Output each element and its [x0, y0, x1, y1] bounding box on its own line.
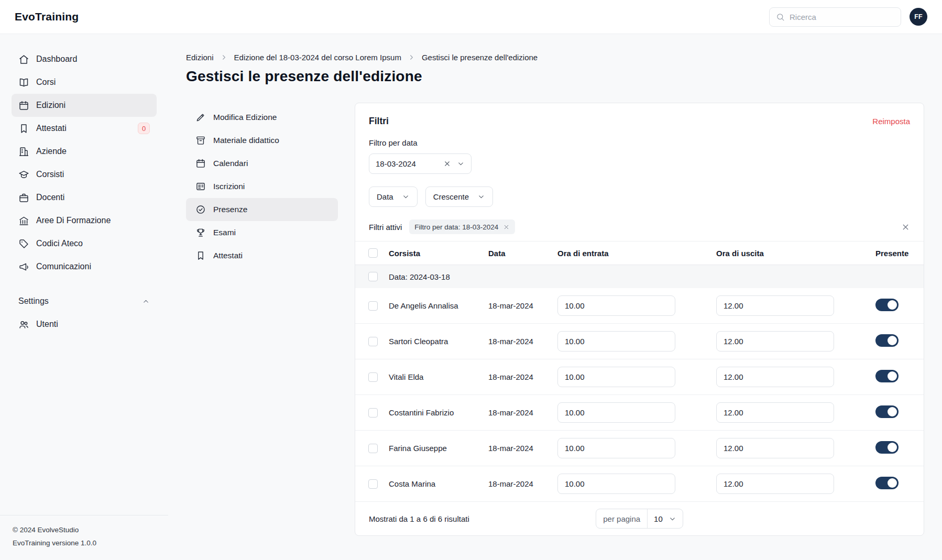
briefcase-icon — [18, 192, 29, 203]
date-filter-select[interactable]: 18-03-2024 — [369, 153, 472, 174]
sidebar-item-label: Corsi — [36, 78, 56, 87]
sidebar-item-aree-di-formazione[interactable]: Aree Di Formazione — [12, 209, 157, 232]
table-row: Farina Giuseppe 18-mar-2024 — [355, 431, 924, 466]
student-name: Vitali Elda — [389, 372, 488, 381]
sidebar-item-utenti[interactable]: Utenti — [12, 313, 157, 336]
row-checkbox[interactable] — [368, 408, 378, 418]
subnav-item-label: Iscrizioni — [213, 182, 245, 191]
time-out-input[interactable] — [716, 438, 834, 458]
table-row: Costantini Fabrizio 18-mar-2024 — [355, 395, 924, 431]
sort-field-select[interactable]: Data — [369, 186, 418, 207]
per-page-value: 10 — [654, 514, 663, 523]
sort-order-select[interactable]: Crescente — [425, 186, 493, 207]
time-in-input[interactable] — [557, 331, 675, 352]
sidebar-item-label: Edizioni — [36, 101, 65, 110]
presence-toggle[interactable] — [875, 405, 899, 418]
reset-filters-link[interactable]: Reimposta — [872, 117, 910, 126]
check-circle-icon — [195, 204, 206, 215]
time-in-input[interactable] — [557, 474, 675, 494]
row-checkbox[interactable] — [368, 444, 378, 453]
group-checkbox[interactable] — [368, 272, 378, 281]
presence-toggle[interactable] — [875, 370, 899, 382]
remove-filter-icon — [503, 224, 510, 230]
subnav-item-iscrizioni[interactable]: Iscrizioni — [186, 175, 338, 198]
row-checkbox[interactable] — [368, 479, 378, 489]
search-box[interactable] — [769, 7, 901, 27]
sidebar-item-attestati[interactable]: Attestati 0 — [12, 117, 157, 140]
sidebar-item-corsi[interactable]: Corsi — [12, 71, 157, 94]
settings-section-toggle[interactable]: Settings — [12, 292, 157, 311]
tag-icon — [18, 238, 29, 249]
pencil-icon — [195, 112, 206, 123]
date-filter-label: Filtro per data — [369, 138, 910, 147]
megaphone-icon — [18, 261, 29, 272]
subnav-item-label: Materiale didattico — [213, 136, 279, 145]
toggle-knob — [888, 336, 897, 345]
presence-toggle[interactable] — [875, 299, 899, 311]
settings-label: Settings — [18, 297, 49, 306]
sidebar-footer: © 2024 EvolveStudio EvoTraining versione… — [0, 515, 168, 560]
active-filter-chip[interactable]: Filtro per data: 18-03-2024 — [409, 219, 515, 234]
sidebar-item-label: Codici Ateco — [36, 239, 83, 248]
chevron-right-icon — [408, 53, 415, 61]
time-out-input[interactable] — [716, 474, 834, 494]
subnav-item-calendari[interactable]: Calendari — [186, 152, 338, 175]
main-content: Edizioni Edizione del 18-03-2024 del cor… — [168, 34, 942, 560]
building-icon — [18, 146, 29, 157]
toggle-knob — [888, 443, 897, 452]
row-checkbox[interactable] — [368, 372, 378, 382]
table-footer: Mostrati da 1 a 6 di 6 risultati per pag… — [355, 502, 924, 535]
breadcrumb-item-edizioni[interactable]: Edizioni — [186, 53, 214, 62]
student-name: Costa Marina — [389, 479, 488, 488]
sidebar-item-comunicazioni[interactable]: Comunicazioni — [12, 255, 157, 278]
bookmark-icon — [18, 123, 29, 134]
per-page-select[interactable]: 10 — [648, 509, 683, 528]
version-text: EvoTraining versione 1.0.0 — [13, 537, 156, 550]
filters-title: Filtri — [369, 116, 389, 127]
clear-all-filters-icon[interactable] — [901, 223, 910, 232]
users-icon — [18, 319, 29, 330]
time-in-input[interactable] — [557, 402, 675, 423]
sidebar-item-aziende[interactable]: Aziende — [12, 140, 157, 163]
sidebar-item-label: Aree Di Formazione — [36, 216, 111, 225]
sidebar-item-dashboard[interactable]: Dashboard — [12, 48, 157, 71]
breadcrumb: Edizioni Edizione del 18-03-2024 del cor… — [186, 53, 924, 62]
col-header-data: Data — [488, 249, 557, 258]
subnav-item-materiale-didattico[interactable]: Materiale didattico — [186, 129, 338, 152]
subnav-item-attestati[interactable]: Attestati — [186, 244, 338, 267]
presence-toggle[interactable] — [875, 334, 899, 347]
avatar[interactable]: FF — [910, 8, 927, 26]
time-out-input[interactable] — [716, 331, 834, 352]
sidebar-item-edizioni[interactable]: Edizioni — [12, 94, 157, 117]
search-input[interactable] — [790, 13, 894, 21]
subnav-item-modifica-edizione[interactable]: Modifica Edizione — [186, 106, 338, 129]
presence-toggle[interactable] — [875, 477, 899, 489]
time-in-input[interactable] — [557, 438, 675, 458]
subnav-item-esami[interactable]: Esami — [186, 221, 338, 244]
time-in-input[interactable] — [557, 367, 675, 387]
sidebar-item-codici-ateco[interactable]: Codici Ateco — [12, 232, 157, 255]
row-checkbox[interactable] — [368, 337, 378, 346]
time-out-input[interactable] — [716, 367, 834, 387]
col-header-ora-entrata: Ora di entrata — [557, 249, 716, 258]
student-name: Farina Giuseppe — [389, 444, 488, 453]
subnav-item-presenze[interactable]: Presenze — [186, 198, 338, 221]
per-page-control: per pagina 10 — [596, 509, 683, 529]
row-checkbox[interactable] — [368, 301, 378, 311]
breadcrumb-item-edizione[interactable]: Edizione del 18-03-2024 del corso Lorem … — [234, 53, 401, 62]
time-in-input[interactable] — [557, 295, 675, 316]
sidebar-item-docenti[interactable]: Docenti — [12, 186, 157, 209]
app-logo: EvoTraining — [15, 10, 79, 23]
edition-subnav: Modifica Edizione Materiale didattico Ca… — [186, 103, 338, 267]
time-out-input[interactable] — [716, 402, 834, 423]
sidebar-item-corsisti[interactable]: Corsisti — [12, 163, 157, 186]
presence-toggle[interactable] — [875, 441, 899, 454]
row-date: 18-mar-2024 — [488, 372, 557, 381]
select-all-checkbox[interactable] — [368, 248, 378, 258]
results-count-text: Mostrati da 1 a 6 di 6 risultati — [369, 514, 596, 523]
book-icon — [18, 77, 29, 88]
time-out-input[interactable] — [716, 295, 834, 316]
clear-date-icon[interactable] — [443, 160, 451, 168]
table-header: Corsista Data Ora di entrata Ora di usci… — [355, 241, 924, 265]
chevron-right-icon — [220, 53, 228, 61]
